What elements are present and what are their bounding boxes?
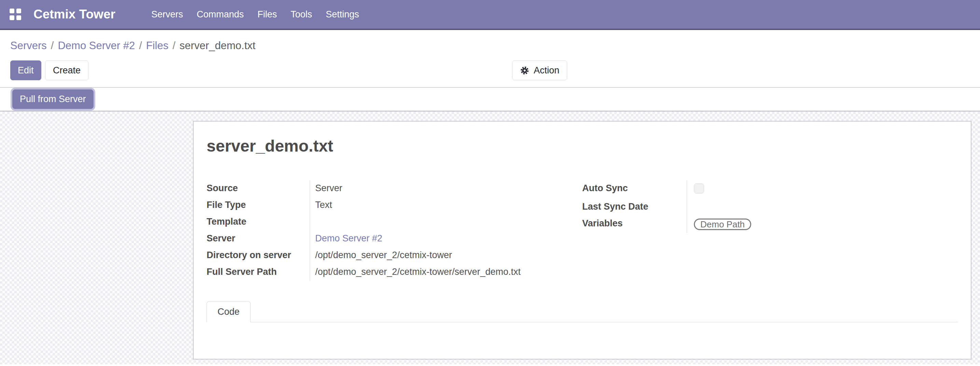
nav-menu: ServersCommandsFilesToolsSettings [151, 9, 359, 20]
field-label-auto-sync: Auto Sync [582, 180, 687, 199]
tag-demo-path: Demo Path [694, 218, 751, 230]
field-value-last-sync-date [687, 199, 958, 215]
action-button[interactable]: Action [512, 60, 567, 80]
field-value-file-type: Text [310, 197, 582, 214]
breadcrumb-separator: / [172, 40, 175, 52]
content-area: server_demo.txt SourceServerFile TypeTex… [0, 111, 980, 364]
action-button-label: Action [534, 65, 559, 76]
field-label-last-sync-date: Last Sync Date [582, 199, 687, 215]
nav-item-servers[interactable]: Servers [151, 9, 183, 20]
field-groups: SourceServerFile TypeTextTemplateServerD… [207, 180, 958, 281]
breadcrumb-link-servers[interactable]: Servers [10, 40, 47, 52]
field-label-server: Server [207, 231, 310, 247]
statusbar: Pull from Server [0, 87, 980, 111]
field-value-full-server-path: /opt/demo_server_2/cetmix-tower/server_d… [310, 264, 582, 281]
field-value-directory-on-server: /opt/demo_server_2/cetmix-tower [310, 247, 582, 264]
create-button[interactable]: Create [45, 60, 88, 80]
field-value-source: Server [310, 180, 582, 197]
notebook-tabs: Code [207, 301, 958, 322]
nav-item-commands[interactable]: Commands [197, 9, 244, 20]
field-label-variables: Variables [582, 215, 687, 233]
field-label-directory-on-server: Directory on server [207, 247, 310, 264]
nav-item-files[interactable]: Files [258, 9, 277, 20]
tab-content-code [207, 322, 958, 356]
field-group-left: SourceServerFile TypeTextTemplateServerD… [207, 180, 582, 281]
breadcrumb-separator: / [139, 40, 142, 52]
form-sheet: server_demo.txt SourceServerFile TypeTex… [193, 121, 972, 360]
top-navbar: Cetmix Tower ServersCommandsFilesToolsSe… [0, 0, 980, 30]
breadcrumb-separator: / [51, 40, 54, 52]
field-label-source: Source [207, 180, 310, 197]
tab-code[interactable]: Code [207, 301, 251, 322]
breadcrumb-current: server_demo.txt [180, 40, 255, 52]
record-title: server_demo.txt [207, 137, 958, 156]
field-value-auto-sync [687, 180, 958, 199]
button-row: Edit Create Action [10, 60, 970, 80]
field-label-file-type: File Type [207, 197, 310, 214]
control-panel: Servers/Demo Server #2/Files/server_demo… [0, 30, 980, 87]
link-demo-server-2[interactable]: Demo Server #2 [315, 233, 382, 243]
auto-sync-checkbox[interactable] [694, 183, 704, 194]
apps-grid-icon[interactable] [10, 8, 21, 20]
gear-icon [520, 66, 529, 75]
field-value-variables: Demo Path [687, 215, 958, 233]
app-brand[interactable]: Cetmix Tower [33, 7, 115, 22]
breadcrumb-link-demo-server-2[interactable]: Demo Server #2 [58, 40, 135, 52]
pull-from-server-button[interactable]: Pull from Server [12, 89, 94, 109]
field-label-full-server-path: Full Server Path [207, 264, 310, 281]
nav-item-settings[interactable]: Settings [326, 9, 359, 20]
field-group-right: Auto SyncLast Sync DateVariablesDemo Pat… [582, 180, 958, 281]
field-value-template [310, 214, 582, 231]
field-value-server: Demo Server #2 [310, 231, 582, 247]
edit-button[interactable]: Edit [10, 60, 41, 80]
nav-item-tools[interactable]: Tools [291, 9, 312, 20]
notebook-header-rule [251, 301, 958, 322]
breadcrumb: Servers/Demo Server #2/Files/server_demo… [10, 39, 970, 53]
field-label-template: Template [207, 214, 310, 231]
breadcrumb-link-files[interactable]: Files [146, 40, 168, 52]
